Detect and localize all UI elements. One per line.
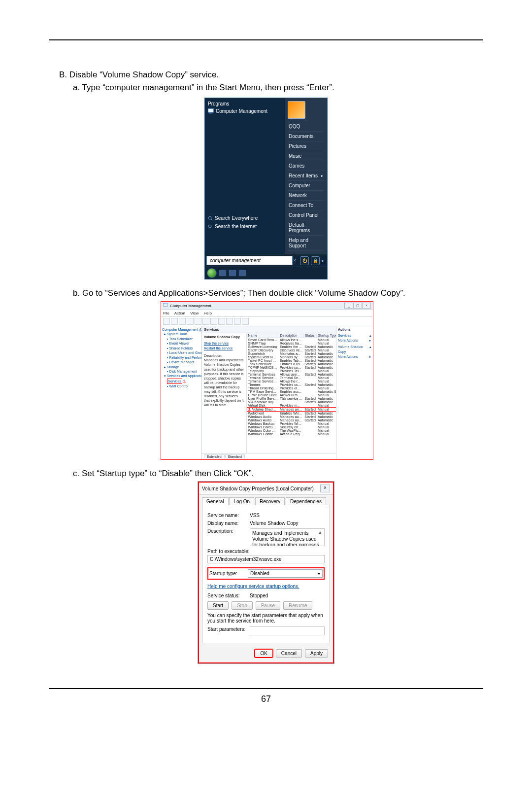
start-orb[interactable]: [207, 268, 217, 278]
service-row[interactable]: Windows CardSpaceSecurely en...ManualLoc…: [247, 425, 336, 429]
power-menu-arrow[interactable]: ▸: [322, 258, 324, 263]
refresh-icon[interactable]: [195, 318, 201, 325]
start-menu-item[interactable]: Games: [288, 161, 324, 171]
service-properties-dialog: Volume Shadow Copy Properties (Local Com…: [198, 482, 334, 663]
service-row[interactable]: Terminal ServicesAllows user...StartedAu…: [247, 373, 336, 376]
lock-button[interactable]: 🔒: [311, 256, 320, 265]
services-list[interactable]: NameDescriptionStatusStartup TypeLog On …: [246, 333, 336, 453]
ok-button[interactable]: OK: [255, 649, 272, 658]
toolbar-icon[interactable]: [210, 318, 217, 325]
search-clear-icon[interactable]: ×: [293, 258, 296, 263]
play-icon[interactable]: [218, 318, 225, 325]
service-row[interactable]: TCP/IP NetBIOS HelperProvides su...Start…: [247, 366, 336, 369]
service-row[interactable]: SuperfetchMaintains a...StartedAutomatic…: [247, 352, 336, 355]
column-header[interactable]: Status: [303, 333, 317, 338]
service-row[interactable]: TPM Base ServicesEnables acc...Automatic…: [247, 390, 336, 393]
toolbar[interactable]: [161, 317, 373, 326]
service-row[interactable]: Thread Ordering ServerProvides or...Manu…: [247, 386, 336, 390]
service-row[interactable]: Windows Color SystemThe WcsPlu...ManualL…: [247, 429, 336, 432]
menu-bar[interactable]: File Action View Help: [161, 310, 373, 317]
service-row[interactable]: Terminal Services Conf...Terminal Se...M…: [247, 376, 336, 380]
program-item-computer-management[interactable]: Computer Management: [208, 106, 282, 115]
service-row[interactable]: Windows Audio Endpoi...Manages au...Star…: [247, 418, 336, 422]
service-row[interactable]: UPnP Device HostAllows UPn...ManualLocal…: [247, 393, 336, 397]
search-everywhere-row[interactable]: Search Everywhere: [208, 214, 282, 222]
scroll-up-icon[interactable]: ▲: [317, 530, 323, 535]
cancel-button[interactable]: Cancel: [276, 649, 302, 658]
start-menu-item[interactable]: Documents: [288, 132, 324, 141]
start-menu-item[interactable]: Network: [288, 191, 324, 201]
service-row[interactable]: Windows Connect Now...Act as a Reg...Man…: [247, 432, 336, 436]
programs-label: Programs: [208, 101, 282, 106]
start-menu-item[interactable]: Computer: [288, 181, 324, 191]
service-row[interactable]: ThemesProvides us...StartedAutomaticLoca…: [247, 383, 336, 386]
taskbar-icon[interactable]: [238, 270, 246, 277]
start-button[interactable]: Start: [207, 601, 229, 610]
service-row[interactable]: 2.Volume Shadow CopyManages an...Started…: [247, 408, 336, 412]
start-menu-item[interactable]: Default Programs: [288, 220, 324, 236]
service-row[interactable]: System Event Notificati...Monitors sy...…: [247, 355, 336, 359]
service-row[interactable]: User Profile ServiceThis service ...Star…: [247, 397, 336, 400]
toolbar-icon[interactable]: [202, 318, 209, 325]
more-actions[interactable]: More Actions▸: [338, 354, 371, 359]
service-row[interactable]: Tablet PC Input ServiceEnables Tab...Sta…: [247, 359, 336, 362]
power-button[interactable]: ⏻: [300, 256, 309, 265]
column-header[interactable]: Startup Type: [317, 333, 336, 338]
start-menu-item[interactable]: Connect To: [288, 201, 324, 210]
service-row[interactable]: Windows BackupProvides Wi...ManualLocal …: [247, 422, 336, 425]
service-row[interactable]: Task SchedulerEnables a us...StartedAuto…: [247, 362, 336, 366]
service-row[interactable]: VIA Karaoke digital mix...StartedAutomat…: [247, 400, 336, 404]
service-row[interactable]: SSDP DiscoveryDiscovers ne...StartedManu…: [247, 348, 336, 352]
service-row[interactable]: Virtual DiskProvides m...ManualLocal S: [247, 404, 336, 408]
start-menu-item[interactable]: Recent Items▸: [288, 171, 324, 181]
more-actions[interactable]: More Actions▸: [338, 338, 371, 343]
stop-icon[interactable]: [226, 318, 233, 325]
user-name-label[interactable]: QQQ: [288, 122, 324, 132]
service-row[interactable]: Software LicensingEnables the ...Started…: [247, 345, 336, 348]
start-menu-item[interactable]: Music: [288, 151, 324, 161]
taskbar-icon[interactable]: [219, 270, 227, 277]
service-row[interactable]: SNMP TrapReceives tra...ManualLocal S: [247, 342, 336, 345]
stop-button[interactable]: Stop: [232, 601, 253, 610]
view-tabs[interactable]: Extended Standard: [202, 453, 336, 459]
toolbar-icon[interactable]: [179, 318, 186, 325]
apply-button[interactable]: Apply: [305, 649, 328, 658]
nav-tree[interactable]: Computer Management (Local) ▸ System Too…: [161, 326, 202, 459]
user-picture[interactable]: [288, 101, 305, 119]
column-header[interactable]: Name: [247, 333, 279, 338]
service-row[interactable]: TelephonyProvides Tel...ManualNetwor...: [247, 369, 336, 373]
service-row[interactable]: Smart Card Removal Pol...Allows the s...…: [247, 338, 336, 342]
restart-service-link[interactable]: Restart the service: [204, 346, 244, 350]
window-title: Computer Management: [170, 304, 211, 308]
pause-icon[interactable]: [234, 318, 241, 325]
back-button[interactable]: [163, 318, 170, 325]
maximize-button[interactable]: ▢: [353, 303, 362, 309]
close-button[interactable]: ×: [320, 485, 330, 492]
start-menu-item[interactable]: Pictures: [288, 141, 324, 151]
search-internet-row[interactable]: Search the Internet: [208, 222, 282, 231]
startup-type-select[interactable]: Disabled ▾: [248, 569, 323, 578]
service-row[interactable]: WebClientEnables Win...StartedAutomaticL…: [247, 412, 336, 416]
taskbar-icon[interactable]: [229, 270, 236, 277]
description-textbox[interactable]: Manages and implements Volume Shadow Cop…: [250, 528, 325, 546]
service-row[interactable]: Windows AudioManages au...StartedAutomat…: [247, 415, 336, 418]
service-row[interactable]: Terminal Services User...Allows the r...…: [247, 380, 336, 383]
toolbar-icon[interactable]: [187, 318, 194, 325]
pause-button[interactable]: Pause: [256, 601, 280, 610]
restart-icon[interactable]: [242, 318, 249, 325]
minimize-button[interactable]: _: [344, 303, 353, 309]
dialog-tabs[interactable]: General Log On Recovery Dependencies: [199, 495, 333, 505]
start-params-input[interactable]: [250, 626, 325, 635]
service-name-value: VSS: [250, 513, 325, 518]
service-status-value: Stopped: [250, 593, 325, 598]
resume-button[interactable]: Resume: [283, 601, 312, 610]
start-menu-item[interactable]: Control Panel: [288, 210, 324, 220]
start-search-input[interactable]: computer management: [206, 256, 293, 265]
services-tree-node[interactable]: Services: [167, 379, 182, 384]
startup-help-link[interactable]: Help me configure service startup option…: [207, 584, 325, 589]
close-button[interactable]: ×: [362, 303, 371, 309]
column-header[interactable]: Description: [279, 333, 303, 338]
stop-service-link[interactable]: Stop the service: [204, 341, 244, 346]
forward-button[interactable]: [171, 318, 178, 325]
start-menu-item[interactable]: Help and Support: [288, 236, 324, 251]
